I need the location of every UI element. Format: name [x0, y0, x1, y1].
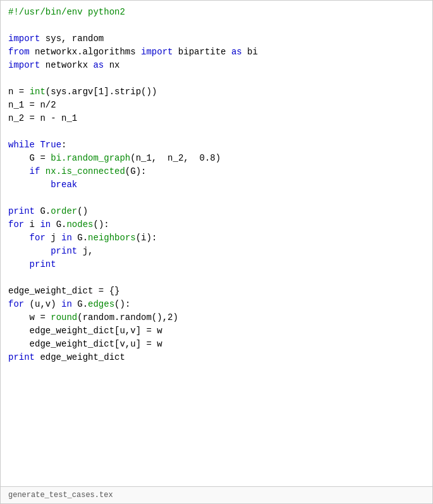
- true-keyword: True: [40, 140, 61, 150]
- import-keyword-1: import: [8, 34, 40, 44]
- print-keyword-2: print: [51, 246, 77, 256]
- round-call: round: [51, 312, 77, 323]
- import-keyword-2: import: [141, 47, 173, 57]
- in-keyword-3: in: [61, 299, 72, 309]
- while-keyword: while: [8, 140, 35, 150]
- bi-random-graph-call: bi.random_graph: [51, 153, 130, 163]
- order-call: order: [51, 206, 77, 216]
- if-keyword: if: [30, 166, 40, 176]
- import-keyword-3: import: [8, 60, 40, 70]
- print-keyword-1: print: [8, 206, 35, 216]
- filename-label: generate_test_cases.tex: [8, 491, 113, 500]
- for-keyword-1: for: [8, 219, 24, 230]
- break-keyword: break: [51, 180, 77, 190]
- for-keyword-2: for: [30, 233, 46, 243]
- int-call: int: [30, 87, 46, 97]
- as-keyword-1: as: [231, 47, 242, 57]
- as-keyword-2: as: [93, 60, 104, 70]
- neighbors-call: neighbors: [88, 233, 136, 243]
- in-keyword-2: in: [61, 233, 72, 243]
- print-keyword-4: print: [8, 352, 35, 362]
- nx-is-connected-call: nx.is_connected: [46, 166, 125, 176]
- shebang-line: #!/usr/bin/env python2: [8, 7, 125, 17]
- in-keyword-1: in: [40, 219, 51, 230]
- code-body: #!/usr/bin/env python2 import sys, rando…: [1, 1, 432, 486]
- code-container: #!/usr/bin/env python2 import sys, rando…: [0, 0, 433, 504]
- for-keyword-3: for: [8, 299, 24, 309]
- print-keyword-3: print: [30, 259, 56, 269]
- from-keyword: from: [8, 47, 30, 57]
- code-footer: generate_test_cases.tex: [1, 486, 432, 503]
- edges-call: edges: [88, 299, 114, 309]
- nodes-call: nodes: [66, 219, 93, 230]
